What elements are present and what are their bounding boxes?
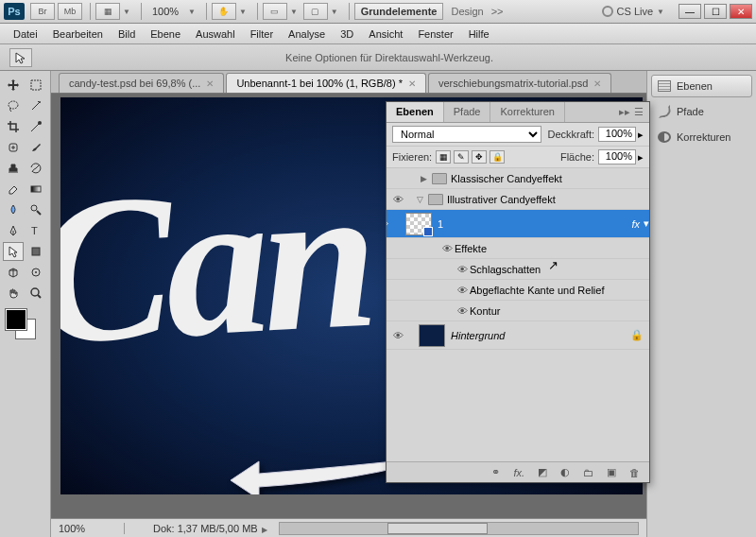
text-tool[interactable]: T (26, 221, 46, 240)
tab-ebenen[interactable]: Ebenen (387, 102, 444, 122)
expand-icon[interactable]: ▶ (421, 174, 432, 183)
layer-group-1[interactable]: ▶ Klassischer Candyeffekt (387, 168, 649, 189)
opacity-value[interactable]: 100% (598, 127, 636, 142)
dropdown-arrow-icon[interactable]: ▼ (239, 8, 247, 16)
menu-bearbeiten[interactable]: Bearbeiten (45, 26, 111, 43)
new-group-icon[interactable]: 🗀 (583, 467, 593, 478)
expand-icon[interactable]: ▽ (417, 195, 428, 204)
layer-hintergrund[interactable]: 👁 Hintergrund 🔒 (387, 321, 649, 350)
new-layer-icon[interactable]: ▣ (607, 466, 616, 478)
menu-filter[interactable]: Filter (243, 26, 281, 43)
lasso-tool[interactable] (3, 96, 24, 115)
panel-menu[interactable]: ▸▸☰ (613, 102, 649, 122)
cslive-button[interactable]: CS Live ▼ (596, 6, 676, 17)
expand-effects-icon[interactable]: ▾ (644, 217, 649, 230)
marquee-tool[interactable] (26, 76, 46, 95)
dock-korrekturen-button[interactable]: Korrekturen (651, 126, 752, 148)
layer-group-2[interactable]: 👁 ▽ Illustrativer Candyeffekt (387, 189, 649, 210)
status-zoom[interactable]: 100% (59, 523, 125, 534)
menu-auswahl[interactable]: Auswahl (188, 26, 243, 43)
hand-tool-button[interactable]: ✋ (212, 3, 236, 20)
tab-korrekturen[interactable]: Korrekturen (490, 102, 564, 122)
menu-ebene[interactable]: Ebene (143, 26, 188, 43)
adjustment-layer-icon[interactable]: ◐ (560, 466, 570, 478)
menu-fenster[interactable]: Fenster (410, 26, 460, 43)
collapse-icon[interactable]: ▸▸ (619, 106, 630, 118)
menu-analyse[interactable]: Analyse (281, 26, 333, 43)
shape-tool[interactable] (26, 242, 46, 261)
visibility-toggle[interactable]: 👁 (455, 305, 470, 317)
layer-thumbnail[interactable] (419, 324, 445, 347)
visibility-toggle[interactable]: 👁 (390, 194, 405, 205)
menu-hilfe[interactable]: Hilfe (461, 26, 497, 43)
dropdown-arrow-icon[interactable]: ▼ (331, 8, 338, 16)
menu-datei[interactable]: Datei (6, 26, 45, 43)
layer-thumbnail[interactable] (405, 213, 432, 235)
effect-schlagschatten[interactable]: 👁 Schlagschatten (387, 259, 649, 280)
visibility-toggle[interactable]: 👁 (439, 243, 455, 254)
screenmode-button[interactable]: ▢ (303, 3, 328, 20)
dropdown-arrow-icon[interactable]: ▼ (290, 8, 298, 16)
workspace-selector[interactable]: Grundelemente (354, 3, 444, 20)
visibility-toggle[interactable]: 👁 (390, 330, 405, 341)
eraser-tool[interactable] (3, 180, 24, 199)
blur-tool[interactable] (3, 200, 24, 219)
stamp-tool[interactable] (3, 159, 24, 178)
menu-ansicht[interactable]: Ansicht (361, 26, 410, 43)
layer-effects[interactable]: 👁 Effekte (387, 238, 649, 259)
visibility-toggle[interactable]: 👁 (387, 218, 390, 230)
status-docinfo[interactable]: Dok: 1,37 MB/5,00 MB (153, 523, 267, 534)
heal-tool[interactable] (3, 138, 24, 157)
menu-bild[interactable]: Bild (111, 26, 143, 43)
layer-name[interactable]: 1 (438, 218, 631, 230)
current-tool-icon[interactable] (9, 48, 32, 67)
workspace-more[interactable]: >> (488, 4, 507, 19)
history-brush-tool[interactable] (26, 159, 46, 178)
3d-camera-tool[interactable] (26, 263, 46, 282)
tab-close-icon[interactable]: ✕ (593, 78, 601, 89)
foreground-color[interactable] (6, 309, 26, 330)
close-button[interactable]: ✕ (730, 4, 752, 19)
lock-transparency-icon[interactable]: ▦ (436, 150, 451, 164)
tab-pfade[interactable]: Pfade (444, 102, 491, 122)
zoom-level[interactable]: 100% (146, 6, 184, 17)
fill-flyout-icon[interactable]: ▸ (638, 151, 644, 164)
effect-bevel[interactable]: 👁 Abgeflachte Kante und Relief (387, 280, 649, 301)
layer-name[interactable]: Hintergrund (451, 330, 630, 341)
fx-badge[interactable]: fx (631, 218, 640, 230)
horizontal-scrollbar[interactable] (279, 522, 639, 535)
gradient-tool[interactable] (26, 180, 46, 199)
view-extras-button[interactable]: ▦ (95, 3, 120, 20)
flyout-menu-icon[interactable]: ☰ (634, 106, 644, 118)
eyedropper-tool[interactable] (26, 117, 46, 136)
minibridge-button[interactable]: Mb (58, 3, 82, 20)
blend-mode-select[interactable]: Normal (392, 126, 541, 143)
fill-value[interactable]: 100% (598, 149, 636, 165)
layers-panel[interactable]: Ebenen Pfade Korrekturen ▸▸☰ Normal Deck… (386, 101, 650, 483)
doc-tab-1[interactable]: candy-test.psd bei 69,8% (...✕ (59, 73, 224, 93)
crop-tool[interactable] (3, 117, 24, 136)
zoom-tool[interactable] (26, 284, 46, 303)
layer-name[interactable]: Klassischer Candyeffekt (451, 173, 649, 184)
3d-tool[interactable] (3, 263, 24, 282)
dock-pfade-button[interactable]: Pfade (651, 100, 752, 123)
workspace-other[interactable]: Design (447, 4, 487, 19)
scrollbar-thumb[interactable] (387, 523, 488, 534)
brush-tool[interactable] (26, 138, 46, 157)
layer-style-icon[interactable]: fx. (513, 467, 524, 478)
layer-name[interactable]: Illustrativer Candyeffekt (447, 194, 649, 205)
pen-tool[interactable] (3, 221, 24, 240)
tab-close-icon[interactable]: ✕ (408, 78, 416, 89)
layer-mask-icon[interactable]: ◩ (538, 466, 547, 478)
arrange-button[interactable]: ▭ (263, 3, 287, 20)
visibility-toggle[interactable]: 👁 (455, 264, 470, 275)
tab-close-icon[interactable]: ✕ (206, 78, 214, 89)
link-layers-icon[interactable]: ⚭ (491, 466, 500, 478)
dodge-tool[interactable] (26, 200, 46, 219)
bridge-button[interactable]: Br (30, 3, 55, 20)
minimize-button[interactable]: — (679, 4, 701, 19)
opacity-flyout-icon[interactable]: ▸ (638, 129, 644, 141)
maximize-button[interactable]: ☐ (704, 4, 727, 19)
dropdown-arrow-icon[interactable]: ▼ (188, 8, 196, 16)
wand-tool[interactable] (26, 96, 46, 115)
